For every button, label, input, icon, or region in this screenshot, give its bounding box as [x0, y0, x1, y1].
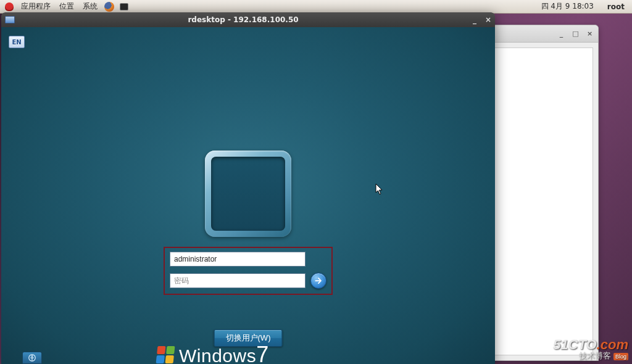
menu-places[interactable]: 位置	[56, 0, 78, 13]
arrow-right-icon	[314, 276, 323, 285]
user-avatar-image	[211, 157, 285, 231]
panel-right-group: 四 4月 9 18:03 root	[538, 0, 632, 13]
panel-user[interactable]: root	[604, 1, 628, 12]
rdesktop-titlebar[interactable]: rdesktop - 192.168.100.50 _ ×	[1, 12, 495, 27]
credentials-highlight-box	[164, 247, 333, 295]
menu-applications[interactable]: 应用程序	[17, 0, 54, 13]
terminal-launcher-icon[interactable]	[119, 2, 129, 12]
panel-clock[interactable]: 四 4月 9 18:03	[538, 0, 597, 13]
panel-left-group: 应用程序 位置 系统	[0, 0, 131, 13]
bg-close-icon[interactable]: ×	[585, 29, 594, 38]
ease-of-access-button[interactable]	[22, 352, 42, 364]
language-indicator[interactable]: EN	[9, 36, 25, 48]
rdesktop-app-icon	[5, 16, 15, 23]
login-submit-button[interactable]	[310, 273, 326, 289]
firefox-launcher-icon[interactable]	[104, 2, 114, 12]
windows-brand-text: Windows7	[179, 342, 269, 364]
gnome-top-panel: 应用程序 位置 系统 四 4月 9 18:03 root	[0, 0, 632, 14]
rdesktop-close-icon[interactable]: ×	[481, 12, 495, 27]
rdesktop-minimize-icon[interactable]: _	[468, 12, 481, 27]
watermark-sub: 技术博客Blog	[553, 352, 628, 360]
menu-system[interactable]: 系统	[79, 0, 101, 13]
rdesktop-title-text: rdesktop - 192.168.100.50	[19, 15, 468, 24]
bg-minimize-icon[interactable]: _	[557, 29, 566, 38]
distro-icon[interactable]	[4, 2, 14, 12]
login-center	[164, 151, 333, 295]
username-input[interactable]	[170, 252, 306, 267]
windows-login-screen: EN 切换用户(W)	[1, 27, 495, 364]
windows-branding: Windows7	[157, 342, 269, 364]
svg-point-1	[31, 355, 33, 357]
mouse-cursor-icon	[375, 183, 384, 196]
user-avatar-frame	[205, 151, 291, 237]
windows-logo-icon	[156, 346, 175, 363]
password-input[interactable]	[170, 273, 306, 288]
rdesktop-window: rdesktop - 192.168.100.50 _ × EN	[1, 12, 495, 364]
watermark-main: 51CTO.com	[553, 337, 628, 352]
bg-maximize-icon[interactable]: □	[571, 29, 580, 38]
site-watermark: 51CTO.com 技术博客Blog	[553, 337, 628, 360]
ease-of-access-icon	[27, 354, 37, 362]
